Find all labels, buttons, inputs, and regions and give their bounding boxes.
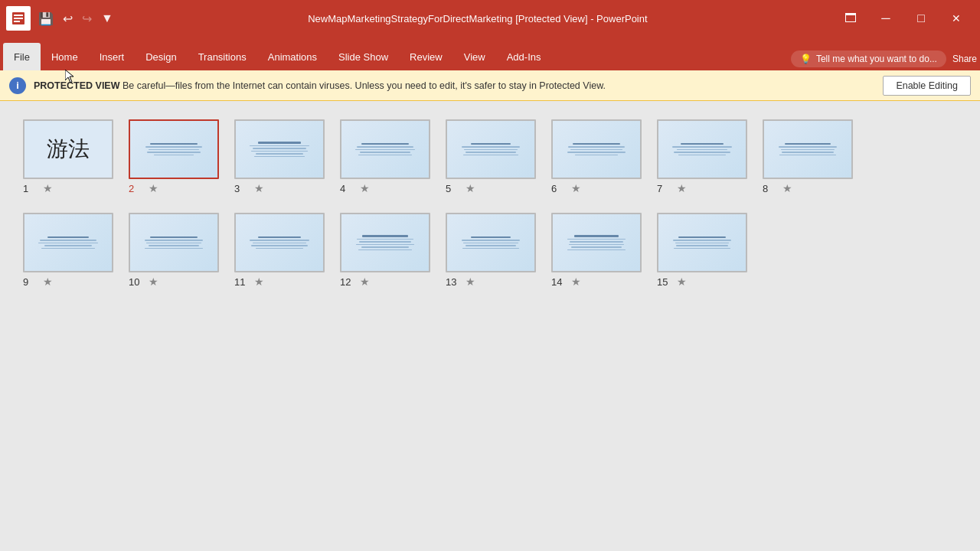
slide-thumb-12[interactable] [340,213,430,272]
slide-thumb-2[interactable] [129,119,219,179]
slide-thumb-9[interactable] [23,213,113,272]
slide-item-11[interactable]: 11 ★ [234,213,325,288]
slide-thumb-6[interactable] [551,119,642,179]
slide-item-7[interactable]: 7 ★ [657,119,747,194]
slide-star-4[interactable]: ★ [360,182,370,194]
slide-thumb-4[interactable] [340,119,430,179]
slide-num-3: 3 [234,183,251,194]
tab-addins[interactable]: Add-Ins [496,43,552,70]
slide-item-2[interactable]: 2 ★ [129,119,219,194]
customize-button[interactable]: ▼ [98,10,116,27]
slide-lines-2 [137,124,210,174]
protected-view-bar: i PROTECTED VIEW Be careful—files from t… [0,70,980,101]
slide-footer-10: 10 ★ [129,276,158,288]
share-button[interactable]: Share [952,54,977,64]
enable-editing-button[interactable]: Enable Editing [883,76,971,96]
slide-item-5[interactable]: 5 ★ [446,119,536,194]
slide-star-2[interactable]: ★ [149,182,158,194]
slide-star-5[interactable]: ★ [466,182,475,194]
slide-item-9[interactable]: 9 ★ [23,213,113,288]
slide-star-15[interactable]: ★ [677,276,687,288]
slide-item-6[interactable]: 6 ★ [551,119,642,194]
slide-item-13[interactable]: 13 ★ [446,213,536,288]
redo-button[interactable]: ↪ [79,10,95,28]
slide-content-8 [764,121,851,178]
title-bar: 💾 ↩ ↪ ▼ NewMapMarketingStrategyForDirect… [0,0,980,37]
tell-me-field[interactable]: 💡 Tell me what you want to do... [791,51,946,67]
ribbon-tabs: File Home Insert Design Transitions Anim… [0,37,980,70]
slide-star-7[interactable]: ★ [677,182,687,194]
minimize-button[interactable]: ─ [868,6,903,31]
restore-button[interactable]: 🗖 [833,6,868,31]
slide-item-10[interactable]: 10 ★ [129,213,219,288]
slide-lines-12 [348,217,421,268]
slide-item-14[interactable]: 14 ★ [551,213,642,288]
slide-num-8: 8 [763,183,779,194]
slide-star-14[interactable]: ★ [571,276,581,288]
slide-footer-7: 7 ★ [657,182,687,194]
tell-me-text: Tell me what you want to do... [816,54,937,64]
slide-thumb-11[interactable] [234,213,325,272]
tab-animations[interactable]: Animations [257,43,328,70]
slide-thumb-5[interactable] [446,119,536,179]
slide-lines-3 [243,124,315,174]
slide-footer-14: 14 ★ [551,276,581,288]
slide-num-9: 9 [23,276,40,288]
slide-star-13[interactable]: ★ [466,276,475,288]
slide-thumb-7[interactable] [657,119,747,179]
tab-design[interactable]: Design [135,43,187,70]
slide-star-11[interactable]: ★ [254,276,264,288]
tab-review[interactable]: Review [399,43,453,70]
slide-item-1[interactable]: 游法 1 ★ [23,119,113,194]
tab-file[interactable]: File [3,43,41,70]
tab-view[interactable]: View [453,43,496,70]
window-controls: 🗖 ─ □ ✕ [833,6,974,31]
slide-thumb-8[interactable] [763,119,853,179]
maximize-button[interactable]: □ [903,6,939,31]
slide-content-2 [130,121,217,178]
slide-star-10[interactable]: ★ [149,276,158,288]
svg-rect-1 [14,15,23,16]
ribbon-right: 💡 Tell me what you want to do... Share [791,51,977,70]
slide-thumb-1[interactable]: 游法 [23,119,113,179]
close-button[interactable]: ✕ [939,6,974,31]
tab-transitions[interactable]: Transitions [188,43,257,70]
protected-label: PROTECTED VIEW [34,80,120,91]
slide-lines-5 [454,124,527,174]
slide-thumb-15[interactable] [657,213,747,272]
save-button[interactable]: 💾 [35,10,57,28]
slide-star-8[interactable]: ★ [782,182,792,194]
slide-content-6 [553,121,640,178]
slide-thumb-13[interactable] [446,213,536,272]
slide-item-3[interactable]: 3 ★ [234,119,325,194]
slide-star-12[interactable]: ★ [360,276,370,288]
slide-item-8[interactable]: 8 ★ [763,119,853,194]
protected-message: Be careful—files from the Internet can c… [122,80,606,91]
tab-slideshow[interactable]: Slide Show [328,43,399,70]
slide-item-12[interactable]: 12 ★ [340,213,430,288]
slide-num-10: 10 [129,276,145,288]
slide-content-1: 游法 [24,121,112,178]
undo-button[interactable]: ↩ [60,10,76,28]
slide-thumb-3[interactable] [234,119,325,179]
tab-home[interactable]: Home [41,43,89,70]
protected-text: PROTECTED VIEW Be careful—files from the… [34,80,875,91]
slide-lines-6 [560,124,632,174]
slide-star-9[interactable]: ★ [43,276,53,288]
slide-item-4[interactable]: 4 ★ [340,119,430,194]
slide-lines-14 [560,217,632,268]
slide-item-15[interactable]: 15 ★ [657,213,747,288]
tab-insert[interactable]: Insert [89,43,136,70]
slide-star-1[interactable]: ★ [43,182,53,194]
info-icon: i [9,77,26,94]
slide-num-11: 11 [234,276,251,288]
slide-star-6[interactable]: ★ [571,182,581,194]
slide-content-7 [658,121,746,178]
slide-grid-area: 游法 1 ★ [0,101,980,551]
slide-num-4: 4 [340,183,357,194]
slide-thumb-14[interactable] [551,213,642,272]
slide-footer-9: 9 ★ [23,276,53,288]
slide-star-3[interactable]: ★ [254,182,264,194]
slide-thumb-10[interactable] [129,213,219,272]
slide-content-13 [447,214,534,271]
